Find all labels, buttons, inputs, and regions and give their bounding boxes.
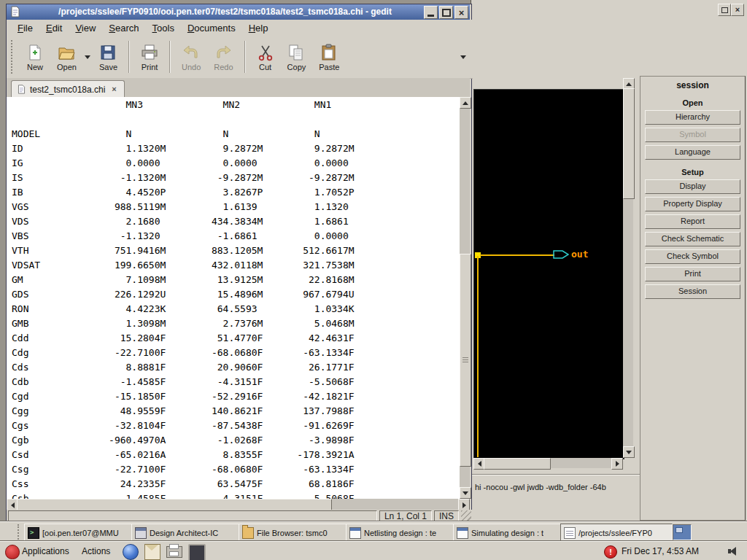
session-button-display[interactable]: Display (645, 179, 740, 194)
session-button-language[interactable]: Language (645, 145, 740, 160)
redo-icon (214, 44, 232, 61)
browser-icon[interactable] (123, 544, 139, 560)
toolbar-print-button[interactable]: Print (134, 41, 165, 73)
menu-documents[interactable]: Documents (181, 20, 242, 36)
taskbar-item-label: [ooi.pen.ter07@MMU (42, 529, 119, 537)
right-arrow-icon (462, 502, 466, 508)
session-button-check-schematic[interactable]: Check Schematic (645, 232, 740, 246)
window-resize-grip[interactable] (461, 510, 471, 522)
left-arrow-icon (478, 461, 481, 467)
toolbar-new-button[interactable]: New (20, 41, 50, 73)
menu-file[interactable]: File (11, 20, 39, 36)
session-button-print[interactable]: Print (645, 267, 740, 281)
monitor-icon[interactable] (188, 544, 206, 560)
editor-text[interactable]: MN3 MN2 MN1 MODEL N N N ID 1.1320M 9.287… (7, 97, 465, 499)
text-editor-area[interactable]: MN3 MN2 MN1 MODEL N N N ID 1.1320M 9.287… (7, 97, 470, 499)
port-name-label[interactable]: out (571, 249, 588, 260)
toolbar-button-label: Redo (214, 63, 233, 71)
minimize-icon (427, 15, 434, 17)
maximize-icon (721, 7, 728, 13)
session-button-report[interactable]: Report (645, 214, 740, 229)
taskbar-item-label: /projects/sslee/FYP0 (578, 529, 652, 537)
taskbar-item-label: Simulating design : t (471, 529, 543, 537)
toolbar-copy-button[interactable]: Copy (281, 41, 313, 73)
da-command-message: hi -nocou -gwl jwdb -wdb_folder -64b (475, 483, 606, 491)
volume-icon[interactable] (728, 546, 738, 556)
editor-horizontal-scrollbar[interactable] (7, 499, 470, 510)
maximize-button[interactable] (439, 6, 453, 19)
workspace-switcher[interactable] (673, 524, 692, 540)
session-palette: session OpenHierarchySymbolLanguageSetup… (640, 76, 746, 521)
taskbar-item-3[interactable]: File Browser: tsmc0 (239, 524, 351, 542)
taskbar-item-2[interactable]: Design Architect-IC (131, 524, 244, 542)
editor-vertical-scrollbar[interactable] (460, 97, 470, 499)
wire-horizontal-segment[interactable] (480, 254, 554, 256)
session-button-property-display[interactable]: Property Display (645, 197, 740, 211)
close-button[interactable]: × (454, 6, 468, 19)
scroll-down-button[interactable] (460, 487, 471, 499)
open-folder-icon (58, 44, 75, 61)
tab-close-button[interactable]: × (109, 85, 119, 95)
scrollbar-thumb[interactable] (484, 458, 551, 470)
menu-search[interactable]: Search (102, 20, 145, 36)
window-list-panel: [ooi.pen.ter07@MMUDesign Architect-ICFil… (0, 521, 747, 542)
scrollbar-thumb[interactable] (623, 88, 635, 199)
session-button-check-symbol[interactable]: Check Symbol (645, 249, 740, 264)
panel-clock[interactable]: Fri Dec 17, 4:53 AM (622, 542, 699, 560)
actions-menu[interactable]: Actions (82, 542, 110, 560)
window-icon (457, 527, 468, 539)
toolbar-overflow-button[interactable] (458, 42, 468, 71)
toolbar-drag-handle[interactable] (11, 40, 16, 74)
taskbar-item-6[interactable]: /projects/sslee/FYP0 (560, 524, 673, 542)
scrollbar-thumb[interactable] (460, 254, 471, 467)
applications-menu-icon[interactable] (5, 545, 20, 559)
gedit-titlebar[interactable]: /projects/sslee/FYP0910/ooi.pen.ter07/te… (7, 4, 470, 20)
panel-drag-handle[interactable] (18, 524, 23, 540)
background-maximize-button[interactable] (718, 4, 731, 16)
session-section-setup: Setup (640, 168, 745, 176)
minimize-button[interactable] (424, 6, 438, 19)
menu-tools[interactable]: Tools (146, 20, 181, 36)
wire-vertical-segment[interactable] (477, 256, 479, 457)
right-arrow-icon (616, 461, 619, 467)
printer-icon[interactable] (166, 546, 182, 558)
output-port-icon[interactable] (553, 249, 569, 260)
scroll-right-button[interactable] (611, 458, 623, 470)
applications-menu[interactable]: Applications (22, 542, 69, 560)
toolbar-redo-button: Redo (207, 41, 239, 73)
panel-launchers (123, 544, 206, 560)
toolbar-save-button[interactable]: Save (93, 41, 124, 73)
session-button-hierarchy[interactable]: Hierarchy (645, 110, 740, 125)
da-app-icon (135, 527, 147, 539)
menu-help[interactable]: Help (242, 20, 275, 36)
background-close-button[interactable]: × (731, 4, 744, 16)
scroll-up-button[interactable] (460, 97, 471, 109)
status-message-area (8, 510, 377, 522)
update-alert-icon[interactable]: ! (604, 545, 617, 559)
session-button-session[interactable]: Session (645, 284, 740, 299)
session-section-open: Open (640, 98, 745, 107)
menu-edit[interactable]: Edit (39, 20, 69, 36)
toolbar-cut-button[interactable]: Cut (250, 41, 281, 73)
schematic-canvas[interactable]: out (473, 89, 624, 459)
canvas-vertical-scrollbar[interactable] (623, 78, 633, 458)
scroll-down-button[interactable] (623, 446, 635, 458)
canvas-horizontal-scrollbar[interactable] (473, 458, 623, 468)
mail-icon[interactable] (144, 544, 160, 560)
window-title: /projects/sslee/FYP0910/ooi.pen.ter07/te… (24, 4, 426, 20)
down-arrow-icon (462, 491, 468, 495)
toolbar-paste-button[interactable]: Paste (312, 41, 346, 73)
taskbar-item-1[interactable]: [ooi.pen.ter07@MMU (24, 524, 136, 542)
taskbar-item-4[interactable]: Netlisting design : te (346, 524, 458, 542)
background-window-top-strip: × (471, 0, 747, 77)
open-dropdown-arrow[interactable] (83, 41, 93, 73)
save-icon (99, 44, 117, 61)
taskbar-item-5[interactable]: Simulating design : t (453, 524, 565, 542)
taskbar-item-label: File Browser: tsmc0 (257, 529, 328, 537)
toolbar-open-button[interactable]: Open (50, 41, 83, 73)
toolbar-button-label: Save (99, 63, 117, 71)
toolbar-button-label: Print (142, 63, 158, 71)
menu-view[interactable]: View (69, 20, 102, 36)
tab-test2-tsmc018a-chi[interactable]: test2_tsmc018a.chi × (11, 80, 125, 98)
toolbar-undo-button: Undo (175, 41, 207, 73)
